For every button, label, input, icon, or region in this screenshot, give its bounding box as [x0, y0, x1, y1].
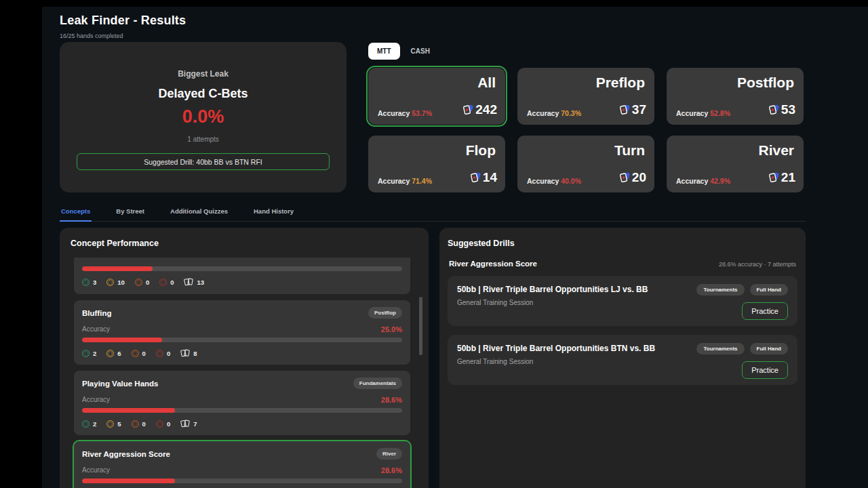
drill-concept-stats: 28.6% accuracy · 7 attempts [719, 261, 796, 268]
page-title: Leak Finder - Results [60, 14, 186, 28]
orange-chip-count: 0 [142, 420, 146, 428]
drill-card-lj-vs-bb: 50bb | River Triple Barrel Opportunities… [448, 276, 797, 326]
playing-card-icon [768, 104, 779, 116]
stat-card-hand-count: 242 [462, 102, 497, 117]
accuracy-bar [82, 338, 402, 342]
suggested-drills-panel: Suggested Drills River Aggression Score … [439, 228, 806, 488]
stat-card-title: Turn [614, 142, 645, 159]
leak-finder-app: Leak Finder - Results 16/25 hands comple… [42, 7, 868, 488]
tab-by-street[interactable]: By Street [115, 203, 146, 221]
concept-card-partial[interactable]: 3 10 0 0 13 [74, 258, 410, 294]
stat-card-title: Postflop [737, 75, 794, 91]
biggest-leak-attempts: 1 attempts [187, 136, 219, 143]
orange-chip-icon [135, 279, 142, 286]
concept-badge: Fundamentals [353, 378, 402, 389]
stat-card-postflop[interactable]: Postflop Accuracy 52.8% 53 [667, 68, 804, 125]
concept-card-bluffing[interactable]: Bluffing Postflop Accuracy 25.0% 2 6 0 0… [74, 300, 410, 365]
green-chip-icon [82, 420, 90, 428]
tab-concepts[interactable]: Concepts [60, 203, 92, 222]
practice-button[interactable]: Practice [742, 302, 788, 320]
accuracy-value: 25.0% [381, 325, 402, 333]
results-tabs: Concepts By Street Additional Quizzes Ha… [60, 203, 806, 222]
red-chip-icon [156, 350, 163, 357]
green-chip-count: 3 [93, 279, 96, 286]
hand-of-cards-icon [184, 277, 193, 287]
green-chip-count: 2 [93, 350, 96, 357]
practice-button[interactable]: Practice [742, 361, 788, 379]
gold-chip-icon [106, 279, 114, 286]
concept-badge: River [376, 448, 402, 460]
green-chip-count: 2 [93, 420, 96, 428]
stat-card-hand-count: 37 [619, 102, 646, 117]
format-toggle: MTT CASH [368, 43, 437, 60]
stat-card-preflop[interactable]: Preflop Accuracy 70.3% 37 [517, 68, 654, 125]
hands-count: 13 [197, 279, 204, 286]
stat-card-all[interactable]: All Accuracy 53.7% 242 [368, 68, 505, 125]
tab-additional-quizzes[interactable]: Additional Quizzes [169, 203, 229, 221]
drill-card-btn-vs-bb: 50bb | River Triple Barrel Opportunities… [448, 335, 797, 385]
concept-badge: Postflop [368, 307, 402, 319]
stat-card-title: All [477, 75, 496, 91]
playing-card-icon [462, 104, 473, 116]
gold-chip-count: 10 [117, 279, 125, 286]
hands-count: 7 [193, 420, 197, 428]
gold-chip-icon [106, 350, 114, 357]
badge-full-hand: Full Hand [750, 284, 788, 296]
concept-list: 3 10 0 0 13 Bluffing Postflop Accuracy [74, 258, 410, 488]
tab-hand-history[interactable]: Hand History [252, 203, 295, 221]
street-stat-grid: All Accuracy 53.7% 242 Preflop Accuracy … [368, 68, 804, 192]
green-chip-icon [82, 279, 90, 286]
accuracy-bar [82, 408, 402, 413]
concept-title: Playing Value Hands [82, 380, 158, 388]
concept-list-scrollbar[interactable] [419, 297, 422, 355]
stat-card-accuracy: Accuracy 53.7% [378, 109, 432, 117]
concept-card-playing-value-hands[interactable]: Playing Value Hands Fundamentals Accurac… [74, 371, 410, 435]
toggle-mtt[interactable]: MTT [368, 43, 400, 60]
stat-card-title: River [758, 142, 794, 159]
accuracy-label: Accuracy [82, 466, 110, 474]
stat-card-accuracy: Accuracy 52.8% [676, 109, 730, 117]
drill-concept-title: River Aggression Score [449, 260, 537, 268]
stat-card-accuracy: Accuracy 70.3% [527, 109, 581, 117]
playing-card-icon [619, 171, 630, 184]
stat-card-hand-count: 53 [768, 102, 795, 117]
drill-subtitle: General Training Session [457, 299, 788, 306]
stat-card-turn[interactable]: Turn Accuracy 40.0% 20 [517, 136, 654, 192]
stat-card-accuracy: Accuracy 42.9% [676, 177, 730, 185]
green-chip-icon [82, 350, 90, 357]
suggested-drill-button[interactable]: Suggested Drill: 40bb BB vs BTN RFI [77, 153, 330, 170]
biggest-leak-value: 0.0% [182, 106, 224, 127]
gold-chip-icon [106, 420, 114, 428]
suggested-drills-header: Suggested Drills [448, 239, 797, 248]
page-header: Leak Finder - Results 16/25 hands comple… [60, 14, 186, 39]
gold-chip-count: 5 [117, 420, 121, 428]
stat-card-hand-count: 14 [470, 170, 497, 185]
concept-card-river-aggression-score[interactable]: River Aggression Score River Accuracy 28… [74, 441, 410, 488]
red-chip-count: 0 [170, 279, 174, 286]
stat-card-river[interactable]: River Accuracy 42.9% 21 [667, 136, 804, 192]
biggest-leak-card: Biggest Leak Delayed C-Bets 0.0% 1 attem… [60, 42, 347, 192]
badge-tournaments: Tournaments [696, 343, 744, 354]
accuracy-value: 28.6% [381, 396, 402, 404]
badge-tournaments: Tournaments [696, 284, 744, 296]
stat-card-accuracy: Accuracy 40.0% [527, 177, 581, 185]
red-chip-count: 0 [167, 350, 170, 357]
red-chip-icon [156, 420, 163, 428]
red-chip-icon [159, 279, 167, 286]
playing-card-icon [768, 171, 779, 184]
orange-chip-count: 0 [146, 279, 149, 286]
stat-card-flop[interactable]: Flop Accuracy 71.4% 14 [368, 136, 505, 192]
accuracy-bar [82, 266, 402, 271]
accuracy-value: 28.6% [381, 466, 402, 474]
red-chip-count: 0 [167, 420, 170, 428]
toggle-cash[interactable]: CASH [404, 43, 437, 60]
gold-chip-count: 6 [117, 350, 121, 357]
biggest-leak-concept: Delayed C-Bets [158, 87, 248, 101]
concept-title: Bluffing [82, 309, 111, 317]
hand-of-cards-icon [180, 419, 190, 428]
playing-card-icon [470, 171, 481, 184]
accuracy-label: Accuracy [82, 396, 110, 404]
orange-chip-icon [132, 350, 139, 357]
concept-performance-panel: Concept Performance 3 10 0 0 13 [60, 228, 429, 488]
hand-of-cards-icon [180, 348, 190, 358]
